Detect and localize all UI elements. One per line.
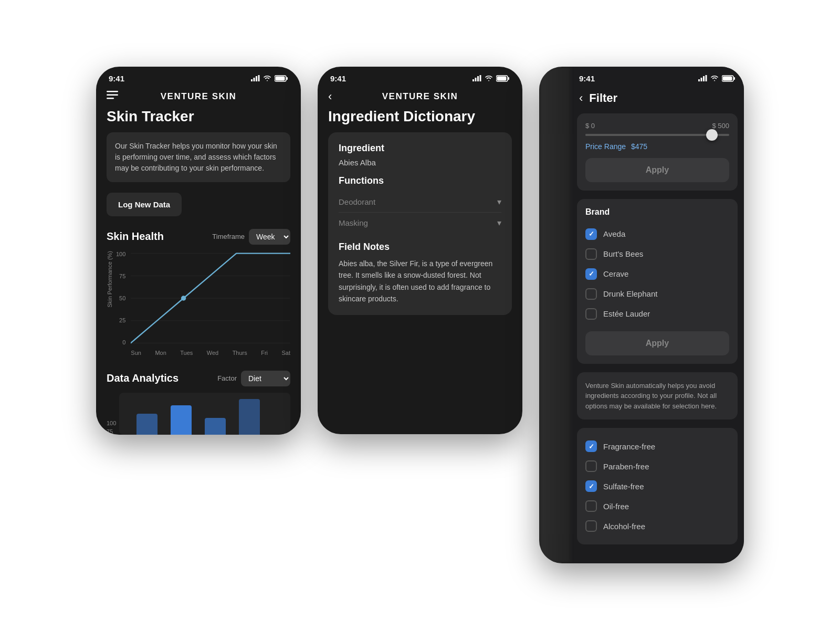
brand-drunk-elephant-label: Drunk Elephant [603,289,657,298]
toggle-sulfate-free-label: Sulfate-free [603,482,644,491]
checkbox-aveda[interactable] [585,228,597,240]
checkbox-alcohol-free[interactable] [585,520,597,532]
svg-rect-5 [287,77,288,80]
data-analytics-header: Data Analytics Factor Diet Sleep Exercis… [107,371,290,386]
skin-tracker-title: Skin Tracker [107,108,290,125]
function-dropdown-1[interactable]: Deodorant ▾ [339,192,501,213]
screen2-content: Ingredient Dictionary Ingredient Abies A… [318,108,522,316]
checkbox-paraben-free[interactable] [585,460,597,472]
field-notes-label: Field Notes [339,242,501,253]
filter-status-bar: 9:41 [571,67,744,87]
svg-rect-7 [107,91,118,92]
checkbox-drunk-elephant[interactable] [585,288,597,300]
price-slider-thumb[interactable] [706,129,718,141]
analytics-chart: 100 75 [107,393,290,435]
screen2-phone: 9:41 [318,67,522,434]
svg-rect-3 [258,75,260,81]
checkbox-estee-lauder[interactable] [585,308,597,320]
skin-health-header: Skin Health Timeframe Week Month Year [107,229,290,245]
functions-label: Functions [339,175,501,186]
svg-rect-24 [701,78,702,81]
filter-time: 9:41 [579,74,595,83]
checkbox-fragrance-free[interactable] [585,440,597,452]
svg-rect-25 [703,76,705,81]
timeframe-label: Timeframe [212,233,245,240]
screen1-phone: 9:41 [96,67,301,435]
signal-icon [251,75,260,81]
brand-apply-container: Apply [585,331,729,355]
toggle-fragrance-free[interactable]: Fragrance-free [585,436,729,456]
log-new-data-button[interactable]: Log New Data [107,193,182,216]
description-text: Our Skin Tracker helps you monitor how y… [115,141,282,174]
screens-container: 9:41 [86,35,754,595]
bar-1 [136,414,158,435]
time-1: 9:41 [109,74,124,83]
field-notes-section: Field Notes Abies alba, the Silver Fir, … [339,242,501,305]
svg-rect-23 [698,79,700,81]
brand-estee-lauder[interactable]: Estée Lauder [585,304,729,324]
factor-select[interactable]: Diet Sleep Exercise [241,371,290,386]
toggle-paraben-free[interactable]: Paraben-free [585,456,729,476]
svg-rect-17 [475,78,477,81]
brand-estee-lauder-label: Estée Lauder [603,309,650,318]
svg-rect-22 [497,76,507,80]
y-ticks: 100 75 50 25 0 [116,251,128,345]
data-analytics-title: Data Analytics [107,372,178,384]
field-notes-text: Abies alba, the Silver Fir, is a type of… [339,258,501,305]
svg-rect-19 [480,75,481,81]
toggle-alcohol-free-label: Alcohol-free [603,522,645,531]
svg-point-15 [181,296,186,300]
checkbox-burts-bees[interactable] [585,248,597,260]
back-button-2[interactable]: ‹ [328,90,332,103]
wifi-icon-3 [710,75,719,81]
toggle-oil-free-label: Oil-free [603,502,629,511]
brand-card: Brand Aveda Burt's Bees Cerave Drunk Ele… [577,199,738,364]
blurred-panel [539,67,571,564]
svg-rect-1 [254,78,255,81]
status-bar-1: 9:41 [96,67,301,87]
timeframe-select[interactable]: Week Month Year [249,229,290,245]
price-range-value: Price Range $475 [585,142,729,151]
menu-icon[interactable] [107,91,118,102]
ingredient-card: Ingredient Abies Alba Functions Deodoran… [328,132,512,316]
brand-burts-bees[interactable]: Burt's Bees [585,244,729,264]
brand-title: Brand [585,207,729,217]
function-name-2: Masking [339,218,368,227]
price-max: $ 500 [712,122,729,130]
time-2: 9:41 [330,74,346,83]
line-chart-svg [131,251,290,345]
brand-drunk-elephant[interactable]: Drunk Elephant [585,284,729,304]
svg-rect-28 [734,77,736,80]
toggle-options-card: Fragrance-free Paraben-free Sulfate-free… [577,428,738,544]
apply-button-2[interactable]: Apply [585,331,729,355]
checkbox-oil-free[interactable] [585,500,597,512]
toggle-sulfate-free[interactable]: Sulfate-free [585,476,729,496]
brand-cerave[interactable]: Cerave [585,264,729,284]
apply-button-1[interactable]: Apply [585,158,729,182]
svg-rect-9 [107,98,114,99]
toggle-oil-free[interactable]: Oil-free [585,496,729,516]
status-bar-2: 9:41 [318,67,522,87]
price-range-label: Price Range [585,142,626,151]
svg-rect-0 [251,79,253,81]
screen3-phone: 9:41 [539,67,744,564]
svg-rect-18 [477,76,479,81]
brand-aveda[interactable]: Aveda [585,224,729,244]
filter-panel: 9:41 [571,67,744,564]
checkbox-sulfate-free[interactable] [585,480,597,492]
svg-rect-16 [472,79,474,81]
signal-icon-2 [472,75,481,81]
svg-rect-8 [107,94,118,96]
signal-icon-3 [698,75,707,81]
function-dropdown-2[interactable]: Masking ▾ [339,213,501,233]
battery-icon [275,75,288,82]
status-icons-1 [251,75,288,82]
bar-chart [119,393,290,435]
filter-status-icons [698,75,736,82]
filter-back-button[interactable]: ‹ [579,91,583,105]
screen1-content: Skin Tracker Our Skin Tracker helps you … [96,108,301,435]
filter-header: ‹ Filter [571,87,744,113]
toggle-alcohol-free[interactable]: Alcohol-free [585,516,729,536]
checkbox-cerave[interactable] [585,268,597,280]
toggle-fragrance-free-label: Fragrance-free [603,442,655,451]
